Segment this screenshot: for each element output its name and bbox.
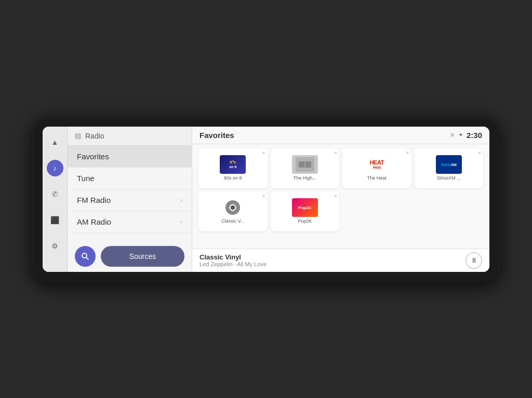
fav-name-highway: The High... [294, 175, 316, 181]
favorites-grid: + 8⁰s on 8 80s on 8 + [198, 148, 483, 231]
chevron-icon-fm: › [180, 197, 182, 203]
logo-siriusxm: SiriusXM [436, 155, 462, 174]
fav-name-80s: 80s on 8 [224, 175, 242, 181]
favorite-card-heat[interactable]: + HEAT Heat The Heat [342, 148, 411, 188]
favorite-card-siriusxm[interactable]: + SiriusXM SiriusXM ... [415, 148, 484, 188]
now-playing-info: Classic Vinyl Led Zeppelin · All My Love [200, 253, 267, 267]
add-favorite-icon-4[interactable]: + [478, 150, 481, 156]
add-favorite-icon-6[interactable]: + [334, 193, 337, 199]
bluetooth-icon: ✦ [458, 131, 463, 139]
menu-item-siriusxm[interactable]: SiriusXM [68, 233, 192, 241]
add-favorite-icon-3[interactable]: + [406, 150, 409, 156]
menu-panel: ▤ Radio Favorites Tune FM Radio › AM Rad… [68, 127, 192, 272]
sidebar-icon-settings[interactable]: ⚙ [47, 238, 63, 254]
logo-80s-on-8: 8⁰s on 8 [220, 155, 246, 174]
menu-header: ▤ Radio [68, 127, 192, 146]
now-playing-artist: Led Zeppelin · All My Love [200, 261, 267, 267]
play-pause-button[interactable]: ⏸ [466, 252, 482, 269]
fav-name-vinyl: Classic V... [221, 218, 244, 224]
main-content-area: Favorites ⤬ ✦ 2:30 + 8⁰s on 8 [192, 127, 489, 272]
sidebar-icon-music[interactable]: ♪ [47, 160, 63, 176]
favorite-card-classic-vinyl[interactable]: + Classic V... [198, 191, 268, 231]
favorites-section: + 8⁰s on 8 80s on 8 + [192, 144, 489, 249]
status-bar: ⤬ ✦ 2:30 [450, 131, 482, 140]
signal-off-icon: ⤬ [450, 131, 455, 139]
clock-display: 2:30 [467, 131, 482, 140]
logo-highway [292, 155, 318, 174]
menu-item-tune[interactable]: Tune [68, 168, 192, 189]
chevron-icon-am: › [180, 218, 182, 225]
logo-classic-vinyl [220, 198, 246, 217]
now-playing-bar: Classic Vinyl Led Zeppelin · All My Love… [192, 249, 489, 272]
logo-pop2k: Pop2K [292, 198, 318, 217]
now-playing-title: Classic Vinyl [200, 253, 267, 261]
radio-header-icon: ▤ [75, 132, 81, 140]
content-header: Favorites ⤬ ✦ 2:30 [192, 127, 489, 144]
menu-item-favorites[interactable]: Favorites [68, 146, 192, 168]
menu-item-fm-radio[interactable]: FM Radio › [68, 189, 192, 211]
car-display-surround: ▲ ♪ ✆ ⬛ ⚙ ▤ Radio Favorites Tune FM Radi… [32, 116, 500, 282]
favorite-card-highway[interactable]: + The High... [271, 148, 340, 188]
menu-items-list: Favorites Tune FM Radio › AM Radio › Sir… [68, 146, 192, 241]
add-favorite-icon-2[interactable]: + [334, 150, 337, 156]
vinyl-disc [225, 200, 240, 215]
fav-name-siriusxm: SiriusXM ... [437, 175, 461, 181]
menu-item-am-radio[interactable]: AM Radio › [68, 211, 192, 233]
menu-bottom-bar: Sources [68, 241, 192, 272]
sidebar: ▲ ♪ ✆ ⬛ ⚙ [43, 127, 68, 272]
fav-name-heat: The Heat [367, 175, 387, 181]
favorites-header-title: Favorites [200, 131, 234, 140]
sidebar-icon-phone[interactable]: ✆ [47, 186, 63, 202]
pause-icon: ⏸ [471, 256, 477, 264]
sources-button[interactable]: Sources [101, 246, 184, 267]
sidebar-icon-car[interactable]: ⬛ [47, 212, 63, 228]
search-button[interactable] [75, 246, 96, 267]
menu-header-title: Radio [85, 132, 104, 140]
add-favorite-icon-5[interactable]: + [262, 193, 265, 199]
logo-heat: HEAT Heat [364, 155, 390, 174]
add-favorite-icon[interactable]: + [262, 150, 265, 156]
infotainment-screen: ▲ ♪ ✆ ⬛ ⚙ ▤ Radio Favorites Tune FM Radi… [43, 127, 489, 272]
favorite-card-pop2k[interactable]: + Pop2K Pop2K [271, 191, 340, 231]
fav-name-pop2k: Pop2K [298, 218, 312, 224]
svg-line-1 [86, 257, 88, 259]
sidebar-icon-navigation[interactable]: ▲ [47, 134, 63, 150]
favorite-card-80s-on-8[interactable]: + 8⁰s on 8 80s on 8 [198, 148, 268, 188]
